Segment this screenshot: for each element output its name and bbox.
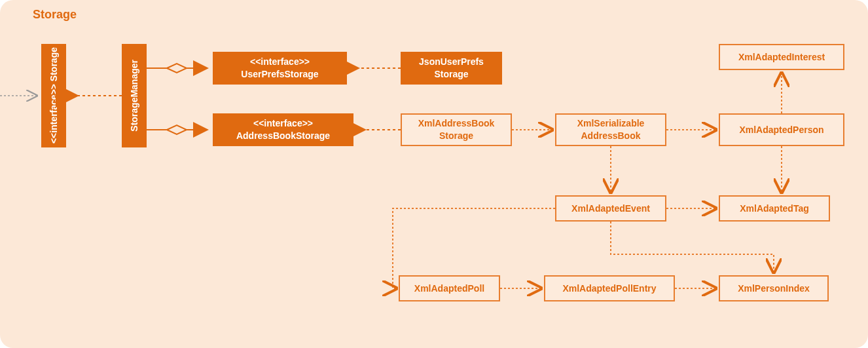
node-label: Storage [48,47,59,81]
node-xml-adapted-poll-entry: XmlAdaptedPollEntry [544,275,675,301]
node-xml-adapted-interest: XmlAdaptedInterest [719,44,844,70]
storage-diagram: Storage <<interface>> Storage StorageMan… [0,0,868,348]
node-label: XmlAddressBook Storage [402,117,511,142]
stereotype: <<interface>> [48,84,59,144]
node-label: JsonUserPrefs Storage [401,56,501,81]
node-label: XmlAdaptedPollEntry [562,282,656,295]
node-label: XmlAdaptedPerson [739,124,823,136]
node-storage-manager: StorageManager [122,44,147,147]
node-xml-serializable-address-book: XmlSerializable AddressBook [555,113,666,146]
node-json-user-prefs-storage: JsonUserPrefs Storage [401,52,502,85]
node-label: AddressBookStorage [236,130,330,142]
node-label: XmlAdaptedEvent [571,203,650,215]
node-label: XmlAdaptedPoll [414,282,484,295]
node-label: StorageManager [128,60,141,132]
node-label: UserPrefsStorage [241,68,318,81]
node-label: XmlAdaptedTag [740,203,809,215]
node-xml-adapted-event: XmlAdaptedEvent [555,195,666,222]
node-label: XmlPersonIndex [738,282,810,295]
diagram-title: Storage [33,8,77,22]
node-address-book-storage: <<interface>> AddressBookStorage [213,113,353,146]
node-label: XmlAdaptedInterest [738,51,825,64]
node-xml-adapted-person: XmlAdaptedPerson [719,113,844,146]
node-user-prefs-storage: <<interface>> UserPrefsStorage [213,52,347,85]
node-xml-adapted-tag: XmlAdaptedTag [719,195,830,222]
node-xml-person-index: XmlPersonIndex [719,275,829,301]
stereotype: <<interface>> [241,56,318,68]
node-label: XmlSerializable AddressBook [556,117,665,142]
node-xml-address-book-storage: XmlAddressBook Storage [401,113,512,146]
node-xml-adapted-poll: XmlAdaptedPoll [399,275,500,301]
node-storage-interface: <<interface>> Storage [41,44,66,147]
stereotype: <<interface>> [236,117,330,130]
